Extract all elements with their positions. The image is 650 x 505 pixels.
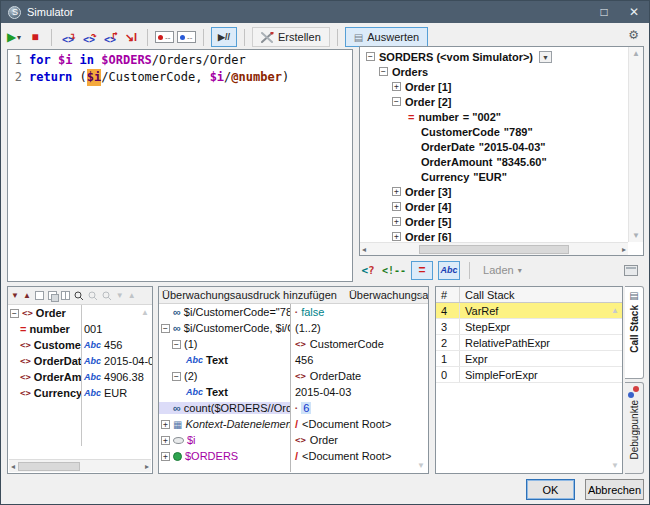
horizontal-scrollbar[interactable]: ◂ ▸ [9, 459, 151, 472]
gear-icon[interactable]: ⚙ [628, 28, 639, 42]
call-stack-row[interactable]: 1 Expr [436, 351, 622, 367]
expand-icon[interactable]: + [392, 82, 401, 91]
horizontal-scrollbar[interactable]: ◂ ▸ [360, 242, 628, 255]
watch-row[interactable]: ∞ $i/CustomerCode="789" ▪ false [159, 304, 428, 320]
scroll-down-icon[interactable]: ▼ [632, 231, 640, 240]
tree-row[interactable]: − SORDERS (<vom Simulator>) ▼ [364, 49, 628, 64]
xquery-editor[interactable]: 1 for $i in $ORDERS /Orders/Order 2 retu… [7, 49, 353, 282]
scroll-down-icon[interactable]: ▼ [417, 461, 425, 470]
search-next-icon[interactable] [88, 291, 98, 301]
auswerten-button[interactable]: ▤ Auswerten [345, 27, 428, 47]
scroll-right-icon[interactable]: ▸ [622, 245, 626, 254]
scroll-right-icon[interactable]: ▸ [145, 462, 149, 471]
watch-row[interactable]: Abc Text 2015-04-03 [159, 384, 428, 400]
trace-window-toggle[interactable]: ▶// [211, 27, 237, 47]
watch-row-selected[interactable]: ∞ count($ORDERS//Order) ▪ 6 [159, 400, 428, 416]
locals-row[interactable]: <> Currency AbcEUR [8, 385, 152, 401]
close-button[interactable]: ✕ [619, 1, 649, 23]
step-over-button[interactable]: <> ↷ [80, 27, 98, 47]
collapse-icon[interactable]: − [392, 97, 401, 106]
title-bar[interactable]: Simulator □ ✕ [1, 1, 649, 23]
scroll-left-icon[interactable]: ◂ [362, 245, 366, 254]
tree-row[interactable]: OrderAmount "8345.60" [364, 154, 628, 169]
tree-row[interactable]: + Order [6] [364, 229, 628, 242]
tree-row[interactable]: = number = "002" [364, 109, 628, 124]
scroll-up-icon[interactable]: ▲ [611, 306, 619, 315]
comment-button[interactable]: <!-- [382, 260, 406, 280]
xml-declaration-button[interactable]: <? [359, 260, 377, 280]
expand-icon[interactable]: + [392, 217, 401, 226]
watch-row[interactable]: − (2) <> OrderDate [159, 368, 428, 384]
tree-row[interactable]: Currency "EUR" [364, 169, 628, 184]
vertical-scrollbar[interactable]: ▲ ▼ [628, 47, 643, 242]
step-down-icon[interactable]: ▼ [11, 291, 19, 300]
scroll-up-icon[interactable]: ▲ [632, 49, 640, 58]
stop-debugger-button[interactable]: ■ [26, 27, 44, 47]
tree-row[interactable]: − Orders [364, 64, 628, 79]
laden-dropdown-button[interactable]: Laden ▾ [479, 264, 526, 276]
watch-row[interactable]: + $i <> Order [159, 432, 428, 448]
expand-icon[interactable]: + [161, 452, 170, 461]
scroll-left-icon[interactable]: ◂ [11, 462, 15, 471]
erstellen-button[interactable]: Erstellen [252, 27, 330, 47]
search-prev-icon[interactable] [102, 291, 112, 301]
watch-row[interactable]: − ∞ $i/CustomerCode, $i/OrderDate (1..2) [159, 320, 428, 336]
insert-tracepoint-button[interactable]: -- [177, 27, 196, 47]
ok-button[interactable]: OK [526, 479, 575, 500]
copy-subtree-icon[interactable] [48, 291, 57, 300]
search-icon[interactable] [74, 291, 84, 301]
column-divider[interactable] [81, 305, 82, 446]
column-divider[interactable] [290, 304, 291, 472]
start-debugger-button[interactable]: ▶ ▾ [5, 27, 23, 47]
collapse-icon[interactable]: − [172, 372, 181, 381]
nav-down-icon[interactable]: ▼ [116, 291, 124, 300]
open-in-window-icon[interactable] [624, 265, 638, 276]
collapse-icon[interactable]: − [379, 67, 388, 76]
watch-row[interactable]: + $ORDERS / <Document Root> [159, 448, 428, 464]
tab-call-stack[interactable]: ▤ Call Stack [625, 286, 644, 379]
watch-row[interactable]: Abc Text 456 [159, 352, 428, 368]
tree-row[interactable]: − Order [2] [364, 94, 628, 109]
chevron-down-icon[interactable]: ▾ [17, 33, 21, 42]
run-to-cursor-button[interactable]: ↘ I [122, 27, 140, 47]
scrollbar-thumb[interactable] [18, 462, 80, 471]
columns-icon[interactable] [61, 291, 70, 300]
call-stack-row[interactable]: 3 StepExpr [436, 319, 622, 335]
collapse-icon[interactable]: − [10, 309, 19, 318]
nav-up-icon[interactable]: ▲ [128, 291, 136, 300]
call-stack-row[interactable]: 2 RelativePathExpr [436, 335, 622, 351]
tree-row[interactable]: + Order [3] [364, 184, 628, 199]
source-dropdown-button[interactable]: ▼ [539, 51, 552, 63]
locals-row[interactable]: <> CustomerCode Abc456 [8, 337, 152, 353]
maximize-button[interactable]: □ [589, 1, 619, 23]
cancel-button[interactable]: Abbrechen [585, 479, 644, 500]
collapse-icon[interactable]: − [366, 52, 375, 61]
step-into-button[interactable]: <> ↴ [59, 27, 77, 47]
watch-row[interactable]: + ▦ Kontext-Datenelement / <Document Roo… [159, 416, 428, 432]
watch-row[interactable]: − (1) <> CustomerCode [159, 336, 428, 352]
step-up-icon[interactable]: ▲ [23, 291, 31, 300]
scrollbar-thumb[interactable] [419, 245, 569, 254]
expand-icon[interactable]: + [161, 420, 170, 429]
add-watch-button[interactable]: Überwachungsausdruck hinzufügen [162, 289, 337, 301]
locals-row[interactable]: <> OrderAmount Abc4906.38 [8, 369, 152, 385]
tree-row[interactable]: CustomerCode "789" [364, 124, 628, 139]
tree-row[interactable]: + Order [4] [364, 199, 628, 214]
locals-row[interactable]: − <> Order [8, 305, 152, 321]
collapse-icon[interactable]: − [172, 340, 181, 349]
call-stack-row-selected[interactable]: 4 VarRef [436, 303, 622, 319]
locals-row[interactable]: <> OrderDate Abc2015-04-04 [8, 353, 152, 369]
step-out-button[interactable]: <> ↱ [101, 27, 119, 47]
scroll-up-icon[interactable]: ▲ [417, 290, 425, 299]
tree-row[interactable]: OrderDate "2015-04-03" [364, 139, 628, 154]
collapse-icon[interactable]: − [161, 324, 170, 333]
scroll-down-icon[interactable]: ▼ [611, 461, 619, 470]
expand-icon[interactable]: + [392, 232, 401, 241]
insert-breakpoint-button[interactable]: -- [155, 27, 174, 47]
show-attributes-toggle[interactable]: = [411, 261, 433, 280]
locals-row[interactable]: = number 001 [8, 321, 152, 337]
call-stack-row[interactable]: 0 SimpleForExpr [436, 367, 622, 383]
expand-icon[interactable]: + [392, 187, 401, 196]
tab-debugpunkte[interactable]: Debugpunkte [625, 382, 644, 475]
scroll-up-icon[interactable]: ▲ [141, 308, 149, 317]
